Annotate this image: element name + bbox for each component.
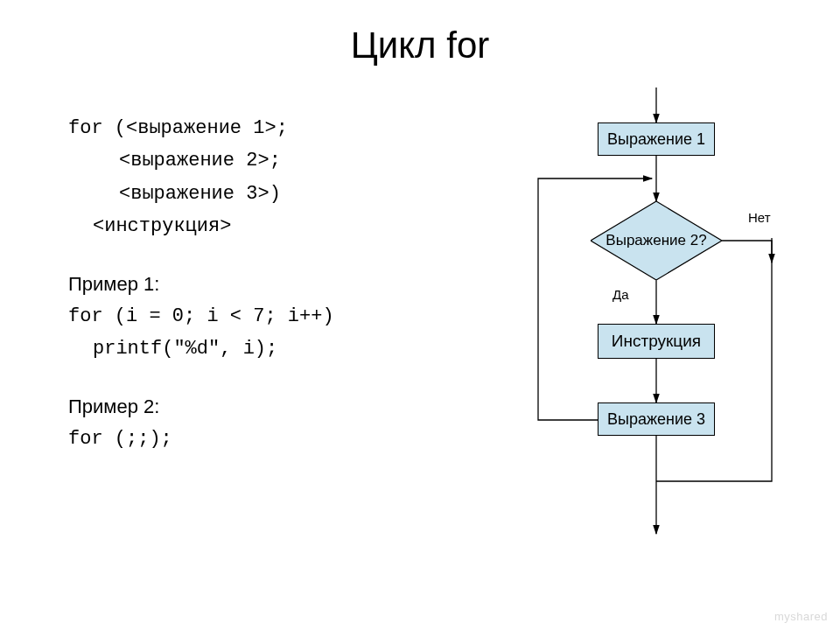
slide: Цикл for for (<выражение 1>; <выражение …	[0, 0, 840, 630]
example1-line-1: for (i = 0; i < 7; i++)	[68, 300, 480, 332]
syntax-line-4: <инструкция>	[68, 210, 480, 242]
spacer	[68, 366, 480, 390]
page-title: Цикл for	[0, 24, 840, 66]
spacer	[68, 243, 480, 268]
flow-decision-label: Выражение 2?	[591, 201, 722, 280]
example2-label: Пример 2:	[68, 390, 480, 423]
example1-label: Пример 1:	[68, 268, 480, 300]
flow-label-yes: Да	[612, 287, 629, 302]
example2-line-1: for (;;);	[68, 423, 480, 455]
flow-box-instr: Инструкция	[598, 324, 715, 359]
flow-label-no: Нет	[748, 210, 771, 225]
syntax-line-2: <выражение 2>;	[68, 144, 480, 177]
example1-line-2: printf("%d", i);	[68, 332, 480, 365]
code-body: for (<выражение 1>; <выражение 2>; <выра…	[68, 112, 480, 456]
flow-box-expr3: Выражение 3	[598, 402, 715, 436]
syntax-line-3: <выражение 3>)	[68, 178, 480, 210]
flow-decision-expr2: Выражение 2?	[591, 201, 722, 280]
flow-box-expr1: Выражение 1	[598, 122, 715, 156]
syntax-line-1: for (<выражение 1>;	[68, 112, 480, 144]
watermark: myshared	[774, 610, 828, 623]
flowchart: Выражение 1 Выражение 2? Инструкция Выра…	[490, 88, 822, 578]
